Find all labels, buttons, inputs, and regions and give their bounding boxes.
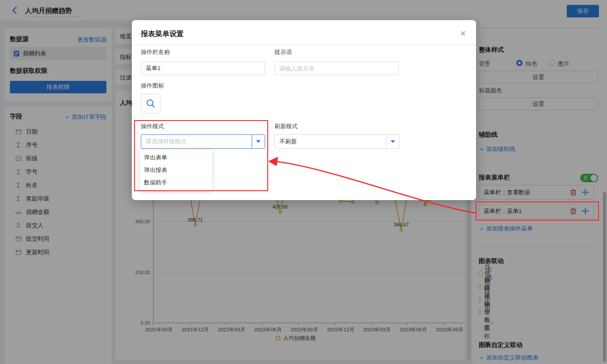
dialog-header-divider — [132, 45, 476, 45]
action-mode-placeholder: 请选择对接模式 — [141, 138, 252, 146]
tip-input[interactable] — [274, 62, 399, 75]
report-menu-settings-dialog: 报表菜单设置 ✕ 操作栏名称 提示语 操作图标 操作模式 请选择对接模式 弹出表… — [132, 20, 476, 200]
select-arrow-zone[interactable] — [386, 135, 399, 148]
refresh-mode-value: 不刷新 — [275, 138, 386, 146]
action-mode-dropdown: 弹出表单弹出报表数据助手 — [140, 150, 212, 191]
close-icon[interactable]: ✕ — [460, 29, 466, 38]
action-icon-label: 操作图标 — [141, 82, 164, 90]
dropdown-option-3[interactable]: 数据助手 — [140, 176, 212, 189]
refresh-mode-select[interactable]: 不刷新 — [274, 134, 400, 149]
search-icon — [146, 99, 156, 109]
tip-label: 提示语 — [274, 48, 292, 56]
action-mode-select[interactable]: 请选择对接模式 — [141, 134, 265, 149]
action-mode-label: 操作模式 — [141, 122, 164, 130]
action-icon-button[interactable] — [141, 94, 160, 113]
app-root: 人均月捐赠趋势 保存 数据源 更改数据源 捐赠列表 数据获取权限 报表权限 字段… — [0, 0, 607, 364]
chevron-down-icon — [391, 140, 395, 143]
action-name-label: 操作栏名称 — [141, 48, 170, 56]
action-name-input[interactable] — [141, 62, 265, 75]
chevron-down-icon — [256, 140, 261, 143]
dropdown-option-2[interactable]: 弹出报表 — [140, 164, 212, 176]
select-arrow-zone[interactable] — [252, 135, 265, 148]
dropdown-option-1[interactable]: 弹出表单 — [140, 151, 212, 164]
dialog-title: 报表菜单设置 — [141, 29, 184, 39]
refresh-mode-label: 刷新模式 — [274, 122, 298, 130]
